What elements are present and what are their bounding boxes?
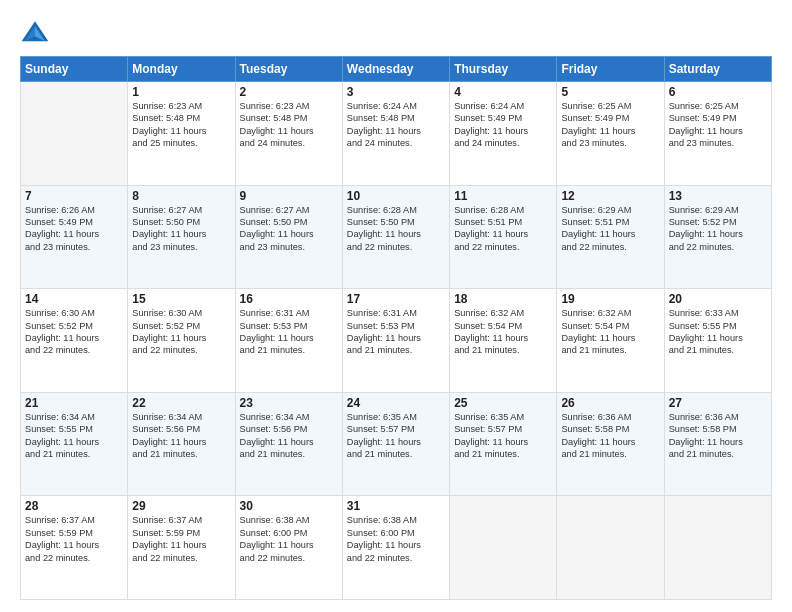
calendar-cell: 18Sunrise: 6:32 AM Sunset: 5:54 PM Dayli…	[450, 289, 557, 393]
weekday-header-saturday: Saturday	[664, 57, 771, 82]
day-number: 3	[347, 85, 445, 99]
day-info: Sunrise: 6:36 AM Sunset: 5:58 PM Dayligh…	[561, 411, 659, 461]
weekday-header-wednesday: Wednesday	[342, 57, 449, 82]
calendar-cell: 21Sunrise: 6:34 AM Sunset: 5:55 PM Dayli…	[21, 392, 128, 496]
day-number: 30	[240, 499, 338, 513]
day-info: Sunrise: 6:34 AM Sunset: 5:56 PM Dayligh…	[132, 411, 230, 461]
calendar-table: SundayMondayTuesdayWednesdayThursdayFrid…	[20, 56, 772, 600]
day-info: Sunrise: 6:38 AM Sunset: 6:00 PM Dayligh…	[347, 514, 445, 564]
day-info: Sunrise: 6:38 AM Sunset: 6:00 PM Dayligh…	[240, 514, 338, 564]
calendar-cell: 22Sunrise: 6:34 AM Sunset: 5:56 PM Dayli…	[128, 392, 235, 496]
calendar-cell: 17Sunrise: 6:31 AM Sunset: 5:53 PM Dayli…	[342, 289, 449, 393]
week-row-3: 14Sunrise: 6:30 AM Sunset: 5:52 PM Dayli…	[21, 289, 772, 393]
calendar-cell: 27Sunrise: 6:36 AM Sunset: 5:58 PM Dayli…	[664, 392, 771, 496]
calendar-cell: 30Sunrise: 6:38 AM Sunset: 6:00 PM Dayli…	[235, 496, 342, 600]
calendar-cell: 10Sunrise: 6:28 AM Sunset: 5:50 PM Dayli…	[342, 185, 449, 289]
day-info: Sunrise: 6:37 AM Sunset: 5:59 PM Dayligh…	[25, 514, 123, 564]
day-number: 11	[454, 189, 552, 203]
weekday-header-thursday: Thursday	[450, 57, 557, 82]
calendar-cell: 8Sunrise: 6:27 AM Sunset: 5:50 PM Daylig…	[128, 185, 235, 289]
weekday-header-monday: Monday	[128, 57, 235, 82]
calendar-cell: 14Sunrise: 6:30 AM Sunset: 5:52 PM Dayli…	[21, 289, 128, 393]
calendar-cell: 16Sunrise: 6:31 AM Sunset: 5:53 PM Dayli…	[235, 289, 342, 393]
day-number: 17	[347, 292, 445, 306]
calendar-cell: 29Sunrise: 6:37 AM Sunset: 5:59 PM Dayli…	[128, 496, 235, 600]
day-info: Sunrise: 6:30 AM Sunset: 5:52 PM Dayligh…	[25, 307, 123, 357]
header	[20, 18, 772, 48]
day-info: Sunrise: 6:28 AM Sunset: 5:50 PM Dayligh…	[347, 204, 445, 254]
calendar-cell: 7Sunrise: 6:26 AM Sunset: 5:49 PM Daylig…	[21, 185, 128, 289]
weekday-header-tuesday: Tuesday	[235, 57, 342, 82]
calendar-cell: 3Sunrise: 6:24 AM Sunset: 5:48 PM Daylig…	[342, 82, 449, 186]
day-number: 29	[132, 499, 230, 513]
week-row-4: 21Sunrise: 6:34 AM Sunset: 5:55 PM Dayli…	[21, 392, 772, 496]
calendar-cell: 5Sunrise: 6:25 AM Sunset: 5:49 PM Daylig…	[557, 82, 664, 186]
day-number: 18	[454, 292, 552, 306]
calendar-cell: 2Sunrise: 6:23 AM Sunset: 5:48 PM Daylig…	[235, 82, 342, 186]
day-number: 7	[25, 189, 123, 203]
weekday-header-row: SundayMondayTuesdayWednesdayThursdayFrid…	[21, 57, 772, 82]
day-number: 8	[132, 189, 230, 203]
calendar-cell: 19Sunrise: 6:32 AM Sunset: 5:54 PM Dayli…	[557, 289, 664, 393]
page: SundayMondayTuesdayWednesdayThursdayFrid…	[0, 0, 792, 612]
day-number: 6	[669, 85, 767, 99]
day-info: Sunrise: 6:28 AM Sunset: 5:51 PM Dayligh…	[454, 204, 552, 254]
calendar-cell: 12Sunrise: 6:29 AM Sunset: 5:51 PM Dayli…	[557, 185, 664, 289]
calendar-cell: 15Sunrise: 6:30 AM Sunset: 5:52 PM Dayli…	[128, 289, 235, 393]
day-number: 14	[25, 292, 123, 306]
day-number: 22	[132, 396, 230, 410]
day-info: Sunrise: 6:35 AM Sunset: 5:57 PM Dayligh…	[454, 411, 552, 461]
calendar-cell	[557, 496, 664, 600]
calendar-cell: 20Sunrise: 6:33 AM Sunset: 5:55 PM Dayli…	[664, 289, 771, 393]
calendar-cell: 25Sunrise: 6:35 AM Sunset: 5:57 PM Dayli…	[450, 392, 557, 496]
day-info: Sunrise: 6:23 AM Sunset: 5:48 PM Dayligh…	[132, 100, 230, 150]
week-row-5: 28Sunrise: 6:37 AM Sunset: 5:59 PM Dayli…	[21, 496, 772, 600]
day-number: 16	[240, 292, 338, 306]
day-info: Sunrise: 6:31 AM Sunset: 5:53 PM Dayligh…	[240, 307, 338, 357]
day-number: 20	[669, 292, 767, 306]
calendar-cell	[21, 82, 128, 186]
day-number: 13	[669, 189, 767, 203]
week-row-2: 7Sunrise: 6:26 AM Sunset: 5:49 PM Daylig…	[21, 185, 772, 289]
day-info: Sunrise: 6:24 AM Sunset: 5:48 PM Dayligh…	[347, 100, 445, 150]
day-info: Sunrise: 6:30 AM Sunset: 5:52 PM Dayligh…	[132, 307, 230, 357]
day-info: Sunrise: 6:32 AM Sunset: 5:54 PM Dayligh…	[454, 307, 552, 357]
day-info: Sunrise: 6:34 AM Sunset: 5:56 PM Dayligh…	[240, 411, 338, 461]
day-number: 31	[347, 499, 445, 513]
day-info: Sunrise: 6:34 AM Sunset: 5:55 PM Dayligh…	[25, 411, 123, 461]
calendar-cell: 28Sunrise: 6:37 AM Sunset: 5:59 PM Dayli…	[21, 496, 128, 600]
day-info: Sunrise: 6:23 AM Sunset: 5:48 PM Dayligh…	[240, 100, 338, 150]
day-info: Sunrise: 6:27 AM Sunset: 5:50 PM Dayligh…	[240, 204, 338, 254]
day-info: Sunrise: 6:33 AM Sunset: 5:55 PM Dayligh…	[669, 307, 767, 357]
calendar-cell: 4Sunrise: 6:24 AM Sunset: 5:49 PM Daylig…	[450, 82, 557, 186]
day-number: 26	[561, 396, 659, 410]
day-info: Sunrise: 6:24 AM Sunset: 5:49 PM Dayligh…	[454, 100, 552, 150]
calendar-cell: 11Sunrise: 6:28 AM Sunset: 5:51 PM Dayli…	[450, 185, 557, 289]
day-number: 5	[561, 85, 659, 99]
calendar-cell: 26Sunrise: 6:36 AM Sunset: 5:58 PM Dayli…	[557, 392, 664, 496]
week-row-1: 1Sunrise: 6:23 AM Sunset: 5:48 PM Daylig…	[21, 82, 772, 186]
day-info: Sunrise: 6:27 AM Sunset: 5:50 PM Dayligh…	[132, 204, 230, 254]
calendar-cell	[450, 496, 557, 600]
day-info: Sunrise: 6:25 AM Sunset: 5:49 PM Dayligh…	[669, 100, 767, 150]
weekday-header-sunday: Sunday	[21, 57, 128, 82]
day-number: 15	[132, 292, 230, 306]
day-info: Sunrise: 6:32 AM Sunset: 5:54 PM Dayligh…	[561, 307, 659, 357]
day-number: 27	[669, 396, 767, 410]
day-info: Sunrise: 6:36 AM Sunset: 5:58 PM Dayligh…	[669, 411, 767, 461]
day-number: 9	[240, 189, 338, 203]
day-number: 28	[25, 499, 123, 513]
day-info: Sunrise: 6:35 AM Sunset: 5:57 PM Dayligh…	[347, 411, 445, 461]
calendar-cell	[664, 496, 771, 600]
weekday-header-friday: Friday	[557, 57, 664, 82]
day-number: 1	[132, 85, 230, 99]
calendar-cell: 6Sunrise: 6:25 AM Sunset: 5:49 PM Daylig…	[664, 82, 771, 186]
day-info: Sunrise: 6:29 AM Sunset: 5:52 PM Dayligh…	[669, 204, 767, 254]
day-info: Sunrise: 6:31 AM Sunset: 5:53 PM Dayligh…	[347, 307, 445, 357]
day-info: Sunrise: 6:25 AM Sunset: 5:49 PM Dayligh…	[561, 100, 659, 150]
calendar-cell: 31Sunrise: 6:38 AM Sunset: 6:00 PM Dayli…	[342, 496, 449, 600]
logo	[20, 18, 54, 48]
day-number: 2	[240, 85, 338, 99]
logo-icon	[20, 18, 50, 48]
calendar-cell: 13Sunrise: 6:29 AM Sunset: 5:52 PM Dayli…	[664, 185, 771, 289]
